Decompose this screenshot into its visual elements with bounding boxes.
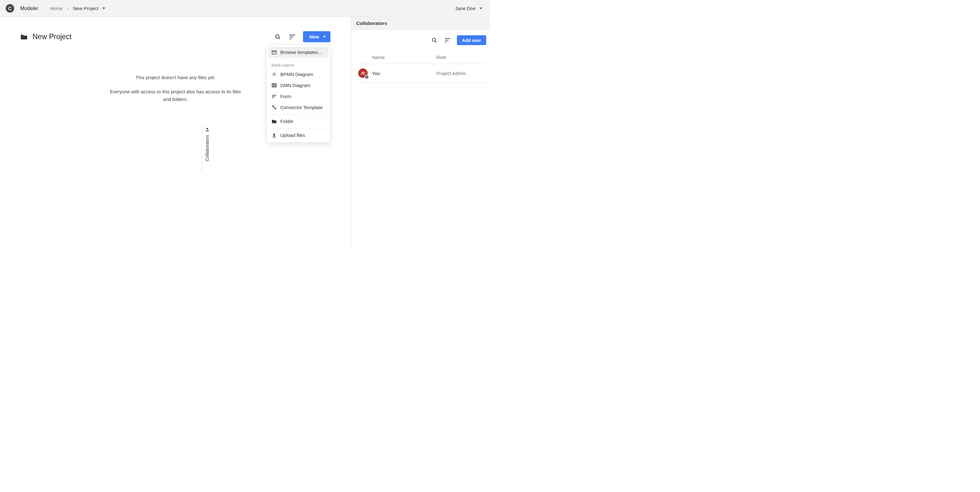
dd-form[interactable]: Form	[268, 91, 329, 102]
search-icon[interactable]	[430, 37, 438, 44]
dd-upload[interactable]: Upload files	[268, 130, 329, 141]
collaborators-table: Name Role JD You Project Admin	[355, 51, 487, 83]
new-button[interactable]: New	[303, 31, 331, 42]
collaborators-toolbar: Add user	[355, 35, 487, 45]
svg-point-17	[275, 108, 276, 110]
breadcrumb-home[interactable]: Home	[50, 6, 63, 11]
dd-separator	[268, 114, 329, 115]
svg-rect-19	[272, 137, 276, 137]
dd-section-label: Blank objects	[268, 61, 329, 69]
svg-point-7	[274, 74, 275, 75]
tab-handle-label: Collaborators	[205, 135, 210, 161]
dd-browse-templates-label: Browse templates...	[280, 49, 322, 55]
user-name: Jane Doe	[455, 6, 476, 11]
add-user-button[interactable]: Add user	[457, 35, 486, 45]
dd-dmn[interactable]: DMN Diagram	[268, 80, 329, 91]
collaborators-body: Add user Name Role JD You Project Admin	[351, 30, 490, 83]
svg-line-22	[435, 41, 436, 42]
row-role: Project Admin	[436, 71, 487, 76]
chevron-down-icon	[323, 36, 326, 38]
collaborators-header: Collaborators	[351, 17, 490, 30]
table-row: JD You Project Admin	[355, 64, 487, 83]
app-name: Modeler	[20, 6, 38, 11]
svg-line-18	[274, 107, 275, 108]
avatar-initials: JD	[361, 71, 365, 75]
breadcrumb-current[interactable]: New Project	[73, 6, 106, 11]
row-name: You	[368, 71, 436, 76]
col-role: Role	[436, 54, 487, 60]
folder-icon	[272, 119, 277, 124]
project-toolbar: New Browse templates... Blank objects	[274, 31, 331, 42]
dd-upload-label: Upload files	[280, 132, 305, 138]
connector-icon	[272, 105, 277, 110]
breadcrumb-current-label: New Project	[73, 6, 99, 11]
sort-icon[interactable]	[444, 37, 451, 44]
app-body: New Project New	[0, 17, 490, 246]
sort-icon[interactable]	[288, 33, 296, 41]
avatar: JD	[358, 68, 368, 78]
chevron-down-icon	[479, 8, 482, 9]
table-icon	[272, 83, 277, 88]
svg-point-0	[275, 35, 279, 38]
breadcrumb: Home › New Project	[50, 6, 106, 11]
dd-connector-label: Connector Template	[280, 105, 323, 110]
chevron-down-icon	[102, 8, 105, 9]
dd-browse-templates[interactable]: Browse templates...	[268, 47, 329, 58]
admin-badge-icon	[364, 75, 369, 79]
search-icon[interactable]	[274, 33, 282, 41]
new-dropdown: Browse templates... Blank objects BPMN D…	[266, 45, 331, 143]
svg-rect-8	[272, 84, 276, 88]
app-logo[interactable]: C	[6, 4, 14, 13]
folder-icon	[21, 34, 27, 40]
header-left: C Modeler Home › New Project	[6, 4, 105, 13]
project-title-left: New Project	[21, 32, 72, 41]
table-header: Name Role	[355, 51, 487, 64]
dd-bpmn-label: BPMN Diagram	[280, 72, 313, 77]
template-icon	[272, 50, 277, 55]
collaborators-panel: Collaborators Add user Name Role JD	[351, 17, 490, 246]
project-title: New Project	[32, 32, 72, 41]
dd-form-label: Form	[280, 94, 291, 99]
dd-separator	[268, 59, 329, 59]
svg-point-20	[207, 128, 208, 130]
svg-point-21	[432, 38, 436, 41]
dd-connector[interactable]: Connector Template	[268, 102, 329, 113]
empty-line-2: Everyone with access to this project als…	[108, 88, 243, 103]
gear-icon	[272, 72, 277, 77]
col-name: Name	[355, 54, 436, 60]
svg-rect-5	[272, 51, 276, 54]
header-divider	[44, 5, 45, 12]
svg-line-1	[279, 38, 280, 39]
project-title-row: New Project New	[21, 31, 331, 42]
breadcrumb-separator: ›	[67, 6, 68, 11]
collaborators-tab-handle[interactable]: Collaborators	[202, 124, 212, 175]
upload-icon	[272, 133, 277, 138]
app-header: C Modeler Home › New Project Jane Doe	[0, 0, 490, 17]
person-icon	[205, 127, 210, 132]
new-button-label: New	[309, 34, 319, 40]
dd-dmn-label: DMN Diagram	[280, 83, 310, 88]
dd-bpmn[interactable]: BPMN Diagram	[268, 69, 329, 80]
form-icon	[272, 94, 277, 99]
user-menu[interactable]: Jane Doe	[455, 6, 484, 11]
main-panel: New Project New	[0, 17, 351, 246]
dd-folder-label: Folder	[280, 119, 294, 124]
dd-folder[interactable]: Folder	[268, 116, 329, 127]
